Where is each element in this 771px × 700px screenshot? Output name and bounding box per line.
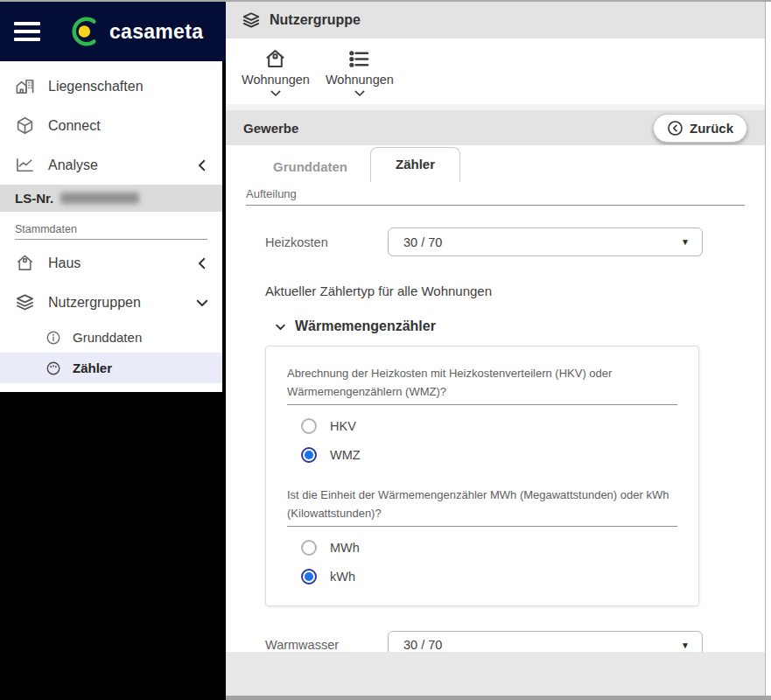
chevron-down-icon — [269, 88, 283, 99]
buildings-icon — [15, 76, 35, 96]
brand-logo: casameta — [70, 15, 203, 48]
sidebar-menu: Liegenschaften Connect — [0, 61, 222, 392]
sidebar-item-haus[interactable]: Haus — [0, 243, 222, 283]
sidebar-item-liegenschaften[interactable]: Liegenschaften — [0, 66, 222, 106]
sidebar: casameta Liegenschaften — [0, 2, 226, 700]
radio-option-hkv[interactable]: HKV — [301, 418, 677, 434]
sidebar-item-nutzergruppen[interactable]: Nutzergruppen — [0, 283, 222, 322]
tab-bar: Grunddaten Zähler — [226, 145, 765, 182]
back-circle-icon — [667, 120, 683, 136]
ls-number-label: LS-Nr. — [15, 191, 53, 206]
waermemengenzaehler-collapser[interactable]: Wärmemengenzähler — [274, 318, 745, 334]
home-icon — [15, 253, 35, 273]
radio-option-mwh[interactable]: MWh — [301, 540, 677, 556]
hamburger-menu-icon[interactable] — [14, 22, 40, 41]
brand-name: casameta — [109, 20, 203, 44]
radio-label: MWh — [330, 541, 360, 555]
toolbar-button-wohnungen-list[interactable]: Wohnungen — [320, 46, 399, 101]
heizkosten-value: 30 / 70 — [403, 235, 681, 249]
question-hkv-wmz: Abrechnung der Heizkosten mit Heizkosten… — [287, 364, 677, 405]
chevron-left-icon[interactable] — [194, 158, 210, 173]
group-label-aufteilung: Aufteilung — [246, 187, 745, 206]
radio-unchecked-icon[interactable] — [301, 418, 317, 434]
main-panel: Nutzergruppe Wohnungen — [226, 2, 765, 696]
warmwasser-label: Warmwasser — [265, 638, 388, 652]
radio-label: kWh — [330, 570, 355, 584]
chevron-down-icon — [274, 320, 287, 333]
dropdown-caret-icon: ▼ — [681, 640, 690, 650]
zaehlertyp-hint: Aktueller Zählertyp für alle Wohnungen — [265, 284, 745, 298]
sidebar-item-connect[interactable]: Connect — [0, 106, 222, 145]
sidebar-item-label: Nutzergruppen — [48, 295, 181, 311]
main-wrap: Nutzergruppe Wohnungen — [226, 2, 771, 700]
layers-icon — [242, 10, 261, 30]
tab-zaehler[interactable]: Zähler — [370, 147, 460, 182]
home-icon — [263, 47, 287, 71]
sidebar-header: casameta — [0, 2, 226, 61]
warmwasser-row: Warmwasser 30 / 70 ▼ — [265, 631, 745, 652]
sidebar-subitem-grunddaten[interactable]: Grunddaten — [0, 322, 222, 353]
back-button-label: Zurück — [690, 121, 733, 136]
tab-content: Aufteilung Heizkosten 30 / 70 ▼ Aktuelle… — [226, 182, 765, 652]
sidebar-item-analyse[interactable]: Analyse — [0, 145, 222, 185]
page-title: Nutzergruppe — [270, 12, 361, 28]
tab-grunddaten[interactable]: Grunddaten — [250, 151, 370, 182]
toolbar-button-label: Wohnungen — [326, 73, 394, 87]
radio-checked-icon[interactable] — [301, 447, 317, 463]
app-window: casameta Liegenschaften — [0, 0, 771, 700]
chevron-down-icon — [353, 88, 367, 99]
zaehlertyp-card: Abrechnung der Heizkosten mit Heizkosten… — [265, 346, 699, 606]
casameta-logo-icon — [70, 15, 103, 48]
warmwasser-select[interactable]: 30 / 70 ▼ — [388, 631, 703, 652]
sidebar-subitem-zaehler[interactable]: Zähler — [0, 353, 222, 383]
radio-label: HKV — [330, 419, 356, 433]
toolbar-divider — [226, 104, 765, 110]
chevron-left-icon[interactable] — [194, 256, 210, 271]
info-icon — [46, 330, 61, 346]
radio-label: WMZ — [330, 448, 361, 462]
collapser-title: Wärmemengenzähler — [295, 318, 436, 334]
heizkosten-select[interactable]: 30 / 70 ▼ — [388, 228, 703, 256]
question-mwh-kwh: Ist die Einheit der Wärmemengenzähler MW… — [287, 486, 677, 527]
sidebar-item-label: Haus — [48, 256, 181, 271]
section-title: Gewerbe — [243, 121, 298, 136]
toolbar-button-label: Wohnungen — [242, 73, 310, 87]
sidebar-item-label: Analyse — [48, 158, 181, 173]
sidebar-item-label: Liegenschaften — [48, 79, 144, 94]
page-header: Nutzergruppe — [226, 2, 765, 38]
radio-unchecked-icon[interactable] — [301, 540, 317, 556]
toolbar-button-wohnungen-home[interactable]: Wohnungen — [236, 46, 315, 101]
horizontal-scrollbar[interactable] — [226, 696, 771, 700]
sidebar-subitem-label: Grunddaten — [73, 330, 142, 345]
chevron-down-icon[interactable] — [194, 295, 210, 311]
dropdown-caret-icon: ▼ — [681, 237, 690, 247]
list-icon — [347, 47, 371, 71]
radio-option-wmz[interactable]: WMZ — [301, 447, 677, 463]
radio-checked-icon[interactable] — [301, 569, 317, 584]
ls-number-bar: LS-Nr. — [0, 185, 222, 212]
sidebar-section-stammdaten: Stammdaten — [15, 223, 207, 240]
ls-number-redacted-value — [60, 192, 139, 204]
toolbar: Wohnungen — [226, 38, 765, 104]
sidebar-item-label: Connect — [48, 118, 101, 134]
layers-icon — [15, 292, 35, 312]
section-bar: Gewerbe Zurück — [226, 110, 765, 145]
meter-icon — [46, 360, 61, 376]
footer-area — [226, 652, 765, 696]
sidebar-subitem-label: Zähler — [73, 360, 112, 375]
heizkosten-row: Heizkosten 30 / 70 ▼ — [265, 228, 745, 256]
radio-option-kwh[interactable]: kWh — [301, 569, 677, 584]
cube-icon — [15, 116, 35, 136]
warmwasser-value: 30 / 70 — [403, 638, 681, 652]
chart-icon — [15, 155, 35, 175]
scrollbar-track[interactable] — [765, 2, 771, 696]
back-button[interactable]: Zurück — [653, 114, 747, 143]
heizkosten-label: Heizkosten — [265, 235, 388, 249]
